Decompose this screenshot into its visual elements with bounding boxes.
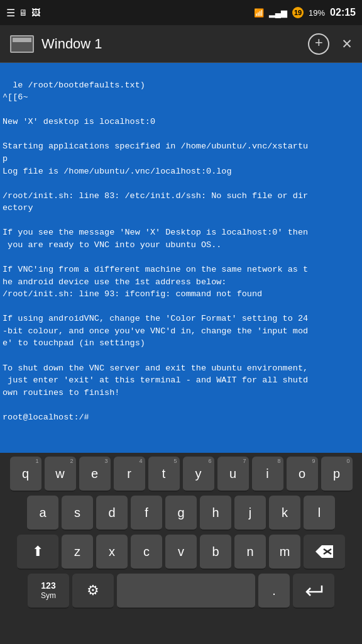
key-v[interactable]: v <box>165 535 197 570</box>
signal-icon: ▂▄▆ <box>269 8 287 18</box>
title-actions: + ✕ <box>308 33 352 55</box>
window-title: Window 1 <box>41 36 102 52</box>
key-y[interactable]: 6y <box>183 457 214 492</box>
status-bar: ☰ 🖥 🖼 📶 ▂▄▆ 19 19% 02:15 <box>0 0 362 25</box>
keyboard: 1q 2w 3e 4r 5t 6y 7u 8i 9o 0p a s <box>0 453 362 644</box>
shift-key[interactable]: ⬆ <box>17 535 58 570</box>
window-icon-status: 🖥 <box>19 8 28 18</box>
settings-key[interactable]: ⚙ <box>72 574 114 609</box>
key-x[interactable]: x <box>96 535 128 570</box>
key-z[interactable]: z <box>62 535 93 570</box>
close-button[interactable]: ✕ <box>342 36 352 52</box>
key-o[interactable]: 9o <box>287 457 318 492</box>
svg-marker-0 <box>315 545 333 558</box>
backspace-key[interactable] <box>304 535 345 570</box>
key-s[interactable]: s <box>62 496 93 531</box>
key-b[interactable]: b <box>200 535 231 570</box>
image-icon-status: 🖼 <box>31 8 40 18</box>
key-m[interactable]: m <box>269 535 300 570</box>
key-p[interactable]: 0p <box>321 457 353 492</box>
keyboard-row-3: ⬆ z x c v b n m <box>2 535 360 570</box>
battery-notification: 19 <box>292 7 304 18</box>
key-f[interactable]: f <box>131 496 162 531</box>
sym-key[interactable]: 123 Sym <box>28 574 69 609</box>
key-n[interactable]: n <box>234 535 266 570</box>
key-e[interactable]: 3e <box>79 457 111 492</box>
key-u[interactable]: 7u <box>217 457 249 492</box>
terminal-output[interactable]: le /root/bootdefaults.txt) ^[[6~ New 'X'… <box>0 63 362 453</box>
space-key[interactable] <box>117 574 255 609</box>
period-key[interactable]: . <box>258 574 290 609</box>
key-c[interactable]: c <box>131 535 162 570</box>
key-t[interactable]: 5t <box>148 457 180 492</box>
key-g[interactable]: g <box>165 496 197 531</box>
keyboard-row-4: 123 Sym ⚙ . <box>2 574 360 609</box>
key-d[interactable]: d <box>96 496 128 531</box>
window-thumbnail-icon <box>10 35 34 53</box>
title-left: Window 1 <box>10 35 102 53</box>
key-h[interactable]: h <box>200 496 231 531</box>
keyboard-row-1: 1q 2w 3e 4r 5t 6y 7u 8i 9o 0p <box>2 457 360 492</box>
add-window-button[interactable]: + <box>308 33 329 55</box>
key-i[interactable]: 8i <box>252 457 283 492</box>
key-q[interactable]: 1q <box>10 457 41 492</box>
key-j[interactable]: j <box>234 496 266 531</box>
key-l[interactable]: l <box>304 496 335 531</box>
menu-icon: ☰ <box>6 7 15 19</box>
battery-percent: 19% <box>309 8 325 18</box>
key-k[interactable]: k <box>269 496 300 531</box>
keyboard-row-2: a s d f g h j k l <box>2 496 360 531</box>
status-right: 📶 ▂▄▆ 19 19% 02:15 <box>254 7 356 18</box>
key-w[interactable]: 2w <box>45 457 76 492</box>
title-bar: Window 1 + ✕ <box>0 25 362 63</box>
status-left: ☰ 🖥 🖼 <box>6 7 40 19</box>
enter-key[interactable] <box>293 574 334 609</box>
time-display: 02:15 <box>330 7 356 18</box>
key-r[interactable]: 4r <box>114 457 145 492</box>
key-a[interactable]: a <box>27 496 58 531</box>
wifi-icon: 📶 <box>254 8 264 18</box>
